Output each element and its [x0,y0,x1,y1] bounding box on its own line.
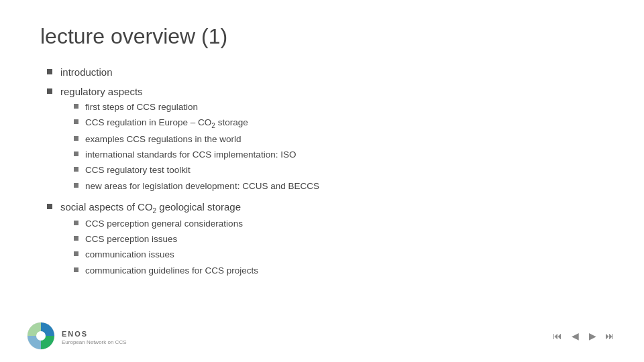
sub-bullet-icon [74,183,78,188]
bullet-label: social aspects of CO2 geological storage [60,201,241,213]
list-item: communication issues [74,248,258,261]
enos-logo-icon [27,322,55,350]
logo-subtext: European Network on CCS [62,339,127,345]
list-item: CCS regulation in Europe – CO2 storage [74,116,319,131]
list-item: introduction [47,65,604,80]
list-item: CCS perception general considerations [74,217,258,231]
sub-bullet-label: examples CCS regulations in the world [85,133,241,146]
bullet-label: regulatory aspects [60,86,143,97]
sub-bullet-icon [74,119,78,124]
nav-first-button[interactable]: ⏮ [550,328,565,343]
list-item: social aspects of CO2 geological storage… [47,200,604,280]
list-item: first steps of CCS regulation [74,101,319,114]
logo-area: ENOS European Network on CCS [27,322,127,350]
sub-bullet-icon [74,221,78,225]
logo-text-area: ENOS European Network on CCS [62,327,127,345]
sub-bullet-label: CCS regulation in Europe – CO2 storage [85,116,248,131]
bullet-label: introduction [60,65,113,80]
sub-bullet-icon [74,104,78,109]
sub-bullet-icon [74,236,78,241]
sub-bullet-label: new areas for legislation development: C… [85,180,319,193]
bullet-icon [47,69,52,74]
logo-name: ENOS [62,330,88,338]
bottom-bar: ENOS European Network on CCS ⏮ ◀ ▶ ⏭ [0,322,644,350]
sub-bullet-label: CCS perception issues [85,233,177,246]
sub-bullet-label: international standards for CCS implemen… [85,148,296,162]
nav-last-button[interactable]: ⏭ [602,328,617,343]
nav-controls: ⏮ ◀ ▶ ⏭ [550,328,617,343]
list-item: CCS perception issues [74,233,258,246]
sub-bullet-label: first steps of CCS regulation [85,101,198,114]
svg-point-1 [36,331,46,341]
sub-bullet-icon [74,136,78,141]
list-item: international standards for CCS implemen… [74,148,319,162]
sub-list: CCS perception general considerations CC… [74,217,258,278]
bullet-icon [47,88,52,94]
list-item: examples CCS regulations in the world [74,133,319,146]
list-item: communication guidelines for CCS project… [74,264,258,278]
nav-next-button[interactable]: ▶ [585,328,600,343]
content-area: introduction regulatory aspects first st… [40,65,604,280]
nav-prev-button[interactable]: ◀ [568,328,582,343]
sub-bullet-icon [74,251,78,256]
slide-title: lecture overview (1) [40,24,604,49]
sub-bullet-label: communication guidelines for CCS project… [85,264,258,278]
sub-list: first steps of CCS regulation CCS regula… [74,101,319,193]
sub-bullet-icon [74,167,78,172]
sub-bullet-label: CCS regulatory test toolkit [85,164,191,177]
list-item: CCS regulatory test toolkit [74,164,319,177]
bullet-icon [47,204,52,209]
sub-bullet-label: communication issues [85,248,174,261]
sub-bullet-label: CCS perception general considerations [85,217,243,231]
list-item: new areas for legislation development: C… [74,180,319,193]
sub-bullet-icon [74,267,78,272]
list-item: regulatory aspects first steps of CCS re… [47,84,604,196]
sub-bullet-icon [74,152,78,156]
slide-container: lecture overview (1) introduction regula… [0,0,644,362]
